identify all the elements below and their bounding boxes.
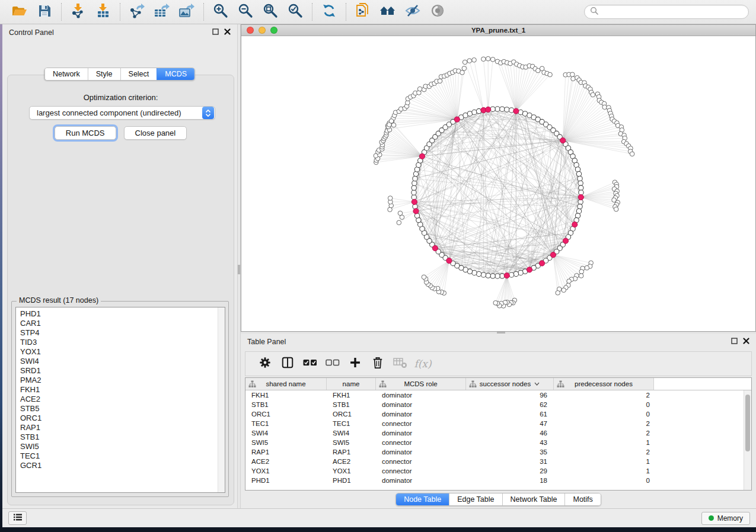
graph-mcds-node[interactable] [572,222,578,227]
mcds-result-item[interactable]: YOX1 [20,347,225,357]
graph-mcds-node[interactable] [413,209,419,214]
graph-node[interactable] [579,185,583,190]
mcds-result-item[interactable]: ORC1 [20,414,225,423]
open-session-button[interactable] [7,2,32,22]
graph-node[interactable] [500,107,505,111]
graph-node[interactable] [495,274,500,278]
mcds-result-item[interactable]: PMA2 [20,376,225,385]
mcds-result-item[interactable]: SRD1 [20,366,225,376]
column-header-successor-nodes[interactable]: successor nodes [466,378,554,390]
export-image-button[interactable] [174,2,199,22]
horizontal-splitter[interactable] [241,332,756,334]
tab-mcds[interactable]: MCDS [157,68,194,80]
graph-node[interactable] [578,176,582,181]
graph-node[interactable] [518,270,523,275]
graph-node[interactable] [578,181,583,185]
table-row[interactable]: FKH1FKH1dominator962 [245,390,751,400]
graph-node[interactable] [570,72,575,77]
maximize-window-icon[interactable] [270,27,277,34]
graph-node[interactable] [472,110,477,114]
zoom-fit-button[interactable] [258,2,283,22]
mcds-result-item[interactable]: STB1 [20,432,225,442]
hide-details-button[interactable] [400,2,425,22]
table-row[interactable]: SWI4SWI4dominator462 [245,428,751,438]
minimize-window-icon[interactable] [259,27,266,34]
mcds-list-scrollbar[interactable] [218,307,225,492]
import-table-button[interactable] [91,2,116,22]
tab-style[interactable]: Style [88,68,120,80]
close-panel-button[interactable]: Close panel [124,126,187,140]
graph-node[interactable] [578,204,582,209]
tab-network[interactable]: Network [45,68,88,80]
table-row[interactable]: ORC1ORC1dominator610 [245,409,751,419]
graph-mcds-node[interactable] [504,273,509,278]
graph-mcds-node[interactable] [550,252,556,258]
table-row[interactable]: TEC1TEC1connector472 [245,419,751,428]
graph-node[interactable] [412,185,416,190]
graph-node[interactable] [398,211,403,216]
table-row[interactable]: ACE2ACE2connector311 [245,457,751,466]
graph-mcds-node[interactable] [432,245,438,251]
function-builder-button[interactable]: f(x) [412,354,434,374]
graph-node[interactable] [585,265,589,270]
mcds-result-item[interactable]: TID3 [20,338,225,347]
show-details-button[interactable] [425,2,450,22]
graph-node[interactable] [481,57,486,62]
graph-node[interactable] [388,196,393,201]
graph-node[interactable] [486,273,490,278]
graph-node[interactable] [481,273,486,277]
graph-mcds-node[interactable] [513,108,519,114]
apply-layout-button[interactable] [317,2,342,22]
search-box[interactable] [584,5,749,19]
mcds-result-item[interactable]: FKH1 [20,385,225,395]
delete-column-button[interactable] [366,354,389,374]
table-row[interactable]: SWI5SWI5connector431 [245,438,751,447]
export-network-button[interactable] [125,2,149,22]
import-network-button[interactable] [66,2,91,22]
network-from-clipboard-button[interactable] [350,2,375,22]
mcds-result-item[interactable]: GCR1 [20,461,225,470]
graph-node[interactable] [579,270,584,274]
table-row[interactable]: YOX1YOX1connector291 [245,466,751,476]
graph-mcds-node[interactable] [560,137,566,143]
graph-node[interactable] [397,220,401,225]
graph-node[interactable] [467,59,472,63]
graph-node[interactable] [576,209,581,213]
graph-node[interactable] [493,300,498,305]
graph-node[interactable] [579,274,583,278]
graph-node[interactable] [438,79,442,84]
close-panel-icon[interactable] [224,28,231,37]
graph-mcds-node[interactable] [578,194,583,200]
graph-node[interactable] [462,60,467,65]
task-history-button[interactable] [8,511,27,525]
float-panel-icon[interactable] [731,338,738,346]
first-neighbors-button[interactable] [375,2,400,22]
network-graph[interactable] [241,36,755,331]
table-row[interactable]: PHD1PHD1dominator180 [245,476,751,485]
graph-node[interactable] [462,66,467,71]
mcds-result-item[interactable]: CAR1 [20,319,225,328]
save-session-button[interactable] [32,2,57,22]
graph-mcds-node[interactable] [419,153,425,159]
memory-button[interactable]: Memory [701,512,750,525]
column-header-MCDS-role[interactable]: MCDS role [376,378,466,390]
splitter-handle[interactable] [238,265,240,274]
graph-node[interactable] [389,119,394,124]
table-scrollbar[interactable] [744,390,751,490]
zoom-selected-button[interactable] [283,2,308,22]
tab-network-table[interactable]: Network Table [502,493,565,505]
vertical-splitter[interactable] [237,24,241,508]
table-row[interactable]: STB1STB1dominator620 [245,400,751,409]
mcds-result-item[interactable]: ACE2 [20,395,225,404]
graph-mcds-node[interactable] [454,117,460,122]
graph-node[interactable] [472,57,477,62]
graph-node[interactable] [417,86,422,91]
graph-node[interactable] [486,56,490,61]
splitter-handle[interactable] [497,332,505,334]
mcds-result-item[interactable]: SWI5 [20,442,225,451]
graph-mcds-node[interactable] [527,267,532,273]
graph-node[interactable] [412,181,417,185]
graph-node[interactable] [391,123,396,127]
graph-node[interactable] [460,70,465,75]
tab-select[interactable]: Select [120,68,157,80]
